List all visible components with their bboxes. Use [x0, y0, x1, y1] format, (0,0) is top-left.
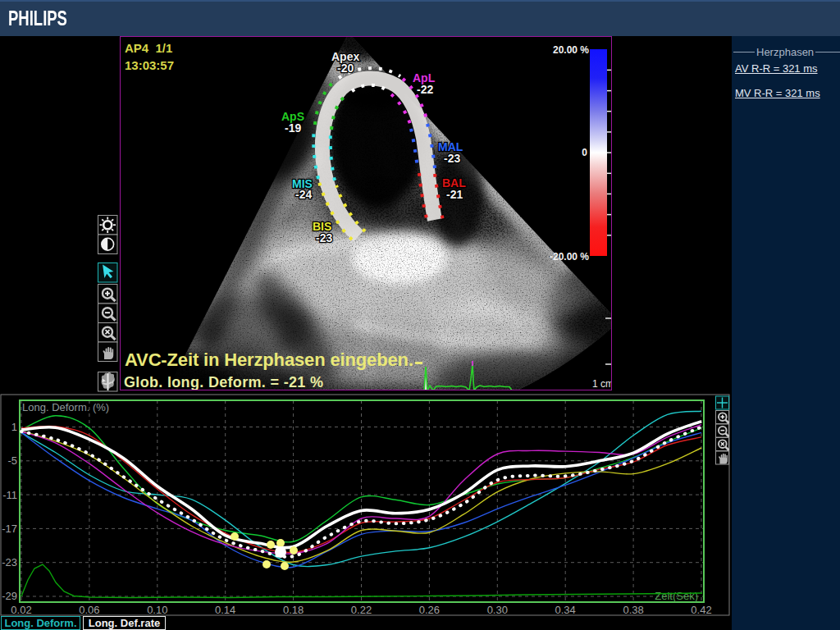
svg-text:0.02: 0.02 [11, 604, 31, 616]
svg-text:-5: -5 [7, 454, 17, 467]
svg-text:0.18: 0.18 [283, 604, 304, 616]
svg-text:-11: -11 [2, 489, 17, 501]
svg-text:0.38: 0.38 [623, 604, 643, 616]
svg-text:Glob. long. Deform. = -21 %: Glob. long. Deform. = -21 % [124, 374, 323, 390]
svg-text:13:03:57: 13:03:57 [125, 58, 174, 72]
svg-text:-23: -23 [316, 231, 332, 244]
svg-text:0.06: 0.06 [79, 604, 99, 616]
svg-text:-24: -24 [295, 188, 312, 201]
svg-text:-21: -21 [446, 188, 463, 201]
svg-text:-17: -17 [2, 523, 17, 535]
svg-text:20.00 %: 20.00 % [553, 44, 589, 56]
svg-text:AP4 1/1: AP4 1/1 [125, 41, 172, 55]
svg-text:-23: -23 [444, 152, 460, 165]
svg-text:0.22: 0.22 [351, 604, 372, 616]
svg-text:-23: -23 [2, 556, 17, 568]
svg-text:-29: -29 [2, 590, 17, 602]
svg-text:0.30: 0.30 [487, 604, 508, 616]
svg-text:1: 1 [11, 421, 17, 433]
svg-text:Zeit(Sek): Zeit(Sek) [655, 590, 698, 602]
svg-text:AVC-Zeit in Herzphasen eingebe: AVC-Zeit in Herzphasen eingeben. [125, 349, 413, 370]
svg-text:-20.00 %: -20.00 % [550, 251, 589, 262]
svg-text:0.26: 0.26 [419, 604, 440, 616]
svg-text:0: 0 [582, 147, 587, 158]
svg-text:Long. Deform. (%): Long. Deform. (%) [22, 401, 109, 413]
svg-text:0.42: 0.42 [691, 604, 711, 616]
svg-text:-20: -20 [337, 62, 354, 75]
svg-text:1 cm: 1 cm [592, 378, 614, 390]
svg-text:0.14: 0.14 [215, 604, 235, 616]
svg-text:0.10: 0.10 [147, 604, 167, 616]
svg-text:0.34: 0.34 [555, 604, 576, 616]
svg-text:-22: -22 [417, 83, 433, 96]
svg-text:-19: -19 [285, 121, 301, 135]
